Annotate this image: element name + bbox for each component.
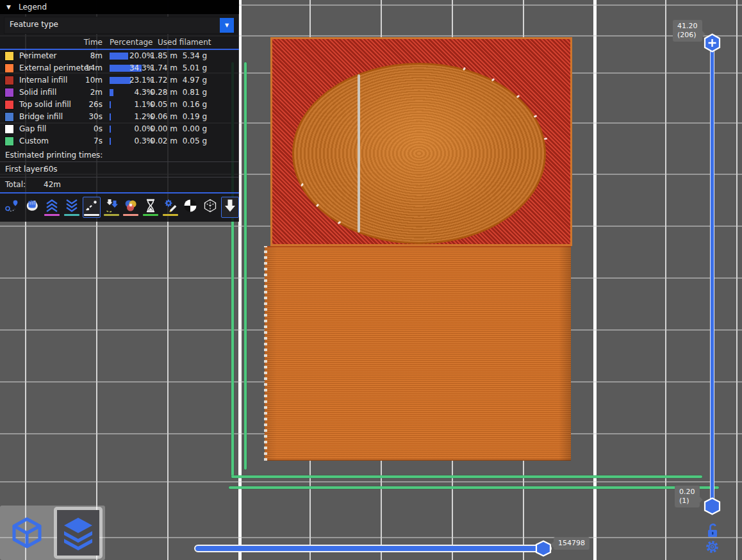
percentage-bar: [110, 126, 111, 133]
first-layer-time-row: First layer: 60s: [0, 162, 239, 177]
slider-settings-gear-icon[interactable]: [705, 539, 720, 557]
table-row: Internal infill 10m 23.1% 1.72 m 4.97 g: [0, 74, 239, 86]
table-row: Bridge infill 30s 1.2% 0.06 m 0.19 g: [0, 111, 239, 123]
layer-slider-top-tooltip: 41.20 (206): [673, 20, 702, 42]
layer-slider-bottom-handle[interactable]: [704, 497, 721, 515]
estimated-times-title: Estimated printing times:: [5, 151, 103, 160]
feature-color-swatch: [5, 113, 13, 121]
table-row: Perimeter 8m 20.0% 1.85 m 5.34 g: [0, 50, 239, 62]
combobox-dropdown-button[interactable]: ▼: [220, 18, 234, 33]
moves-slider-track[interactable]: [194, 545, 552, 552]
retractions-icon[interactable]: [43, 197, 61, 218]
col-percentage: Percentage: [110, 38, 153, 47]
feature-color-swatch: [5, 64, 13, 72]
custom-gcodes-icon[interactable]: [161, 197, 179, 218]
moves-slider-tooltip: 154798: [554, 537, 589, 550]
top-layer-number: (206): [677, 31, 698, 40]
feature-color-swatch: [5, 101, 13, 109]
table-row: Top solid infill 26s 1.1% 0.05 m 0.16 g: [0, 99, 239, 111]
percentage-bar: [110, 89, 113, 96]
custom-gcode-line-vertical-right: [244, 62, 247, 470]
view-type-combobox[interactable]: Feature type ▼: [4, 17, 235, 34]
center-of-gravity-icon[interactable]: [181, 197, 199, 218]
deretractions-icon[interactable]: [63, 197, 81, 218]
table-row: Solid infill 2m 4.3% 0.28 m 0.81 g: [0, 86, 239, 99]
legend-table-header: Time Percentage Used filament: [0, 37, 239, 50]
printed-object-front-face: [265, 246, 571, 461]
moves-slider-handle[interactable]: [535, 540, 552, 557]
table-row: Gap fill 0s 0.0% 0.00 m 0.00 g: [0, 123, 239, 135]
percentage-bar: [110, 113, 111, 120]
seam-dots-column: [264, 246, 267, 461]
feature-color-swatch: [5, 137, 13, 145]
printed-object-top-face: [270, 37, 572, 246]
bottom-layer-number: (1): [679, 497, 695, 506]
feature-color-swatch: [5, 88, 13, 97]
feature-color-swatch: [5, 125, 13, 133]
layer-slider-top-handle[interactable]: [704, 33, 721, 53]
legend-title: Legend: [19, 3, 47, 12]
layer-slider-bottom-tooltip: 0.20 (1): [675, 486, 700, 507]
table-row: Custom 7s 0.3% 0.02 m 0.05 g: [0, 135, 239, 147]
preview-options-toolbar: [0, 194, 239, 222]
tool-marker-icon[interactable]: [221, 197, 239, 218]
percentage-bar: [110, 77, 131, 84]
col-time: Time: [84, 38, 103, 47]
legend-panel: ▼ Legend Feature type ▼ Time Percentage …: [0, 0, 239, 222]
tool-changes-icon[interactable]: [103, 197, 120, 218]
top-layer-height: 41.20: [677, 22, 698, 31]
editor-view-button[interactable]: [3, 509, 51, 557]
legend-titlebar[interactable]: ▼ Legend: [0, 0, 239, 14]
pause-prints-icon[interactable]: [142, 197, 160, 218]
cube-icon: [9, 515, 45, 551]
move-count: 154798: [558, 539, 585, 548]
table-row: External perimeter 14m 34.3% 1.74 m 5.01…: [0, 62, 239, 74]
feature-color-swatch: [5, 76, 13, 85]
percentage-bar: [110, 101, 111, 108]
travels-icon[interactable]: [3, 197, 21, 218]
view-mode-switcher: [0, 506, 105, 560]
slicer-preview-scene: 41.20 (206) 0.20 (1) 154798: [0, 0, 742, 560]
seams-icon[interactable]: [83, 197, 101, 218]
bottom-layer-height: 0.20: [679, 488, 695, 497]
layer-slider-track[interactable]: [710, 41, 714, 507]
wipe-icon[interactable]: [23, 197, 41, 218]
layers-icon: [60, 515, 96, 552]
percentage-bar: [110, 138, 111, 145]
percentage-bar: [110, 53, 128, 60]
view-type-value: Feature type: [10, 20, 58, 29]
printed-object-dome-top: [292, 63, 546, 244]
col-used-filament: Used filament: [158, 38, 211, 47]
preview-view-button[interactable]: [54, 507, 103, 559]
feature-color-swatch: [5, 52, 13, 60]
custom-gcode-line-horizontal-upper: [231, 475, 702, 478]
collapse-triangle-icon[interactable]: ▼: [6, 4, 11, 10]
total-time-row: Total: 42m: [0, 177, 239, 192]
color-changes-icon[interactable]: [122, 197, 140, 218]
seam-line: [358, 74, 360, 233]
custom-gcode-line-horizontal-lower: [229, 486, 719, 489]
lock-icon[interactable]: [705, 523, 720, 541]
shells-icon[interactable]: [201, 197, 219, 218]
feature-rows: Perimeter 8m 20.0% 1.85 m 5.34 g Externa…: [0, 50, 239, 147]
